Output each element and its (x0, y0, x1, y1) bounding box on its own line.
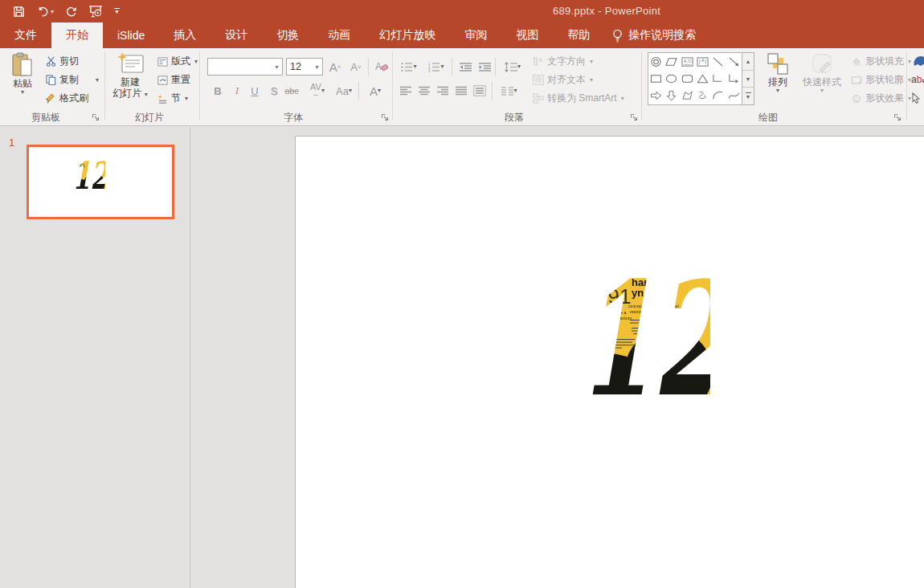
clear-formatting-button[interactable]: A (373, 58, 390, 76)
tab-file[interactable]: 文件 (0, 22, 51, 48)
shape-effects-button[interactable]: 形状效果 ▾ (848, 90, 914, 107)
shape-down-arrow[interactable] (664, 88, 679, 104)
font-dialog-launcher[interactable] (381, 113, 390, 122)
shape-text-box[interactable]: A (680, 53, 695, 70)
tab-view[interactable]: 视图 (501, 22, 553, 48)
shape-fill-button[interactable]: 形状填充 ▾ (848, 53, 914, 70)
shape-arc[interactable] (710, 88, 726, 104)
shape-oval[interactable] (664, 70, 679, 87)
character-spacing-dropdown-icon[interactable]: ▾ (321, 88, 325, 94)
convert-smartart-button[interactable]: 转换为 SmartArt ▾ (530, 90, 627, 107)
slide-editing-canvas[interactable]: 12 191 Space time a relativistic quantum (191, 127, 924, 588)
font-color-dropdown-icon[interactable]: ▾ (378, 88, 381, 94)
section-button[interactable]: 节 ▾ (155, 90, 190, 107)
gallery-more-button[interactable]: ▼ (742, 88, 754, 104)
tab-help[interactable]: 帮助 (553, 22, 604, 48)
align-text-button[interactable]: 对齐文本 ▾ (530, 71, 595, 88)
drawing-dialog-launcher[interactable] (893, 113, 902, 122)
distribute-text-button[interactable] (471, 82, 489, 100)
tab-slideshow[interactable]: 幻灯片放映 (365, 22, 450, 48)
align-left-button[interactable] (397, 82, 415, 100)
select-button[interactable] (911, 88, 924, 107)
decrease-indent-button[interactable] (456, 58, 474, 76)
shape-line-arrow[interactable] (726, 53, 742, 70)
line-spacing-button[interactable]: ▾ (500, 58, 525, 76)
change-case-dropdown-icon[interactable]: ▾ (349, 88, 352, 94)
tab-review[interactable]: 审阅 (450, 22, 501, 48)
tab-animations[interactable]: 动画 (313, 22, 365, 48)
format-painter-button[interactable]: 格式刷 (43, 90, 91, 107)
save-icon[interactable] (11, 2, 27, 20)
tell-me-search[interactable]: 操作说明搜索 (604, 22, 704, 48)
tab-design[interactable]: 设计 (211, 22, 262, 48)
tab-islide[interactable]: iSlide (103, 22, 159, 48)
align-text-dropdown-icon[interactable]: ▾ (590, 77, 593, 84)
justify-button[interactable] (452, 82, 470, 100)
tab-home[interactable]: 开始 (51, 22, 103, 48)
copy-dropdown-icon[interactable]: ▾ (96, 77, 99, 84)
line-spacing-dropdown-icon[interactable]: ▾ (517, 63, 521, 70)
bold-button[interactable]: B (209, 82, 227, 100)
shape-rectangle[interactable] (648, 70, 664, 87)
font-color-button[interactable]: A▾ (363, 82, 387, 100)
font-size-dropdown-icon[interactable]: ▾ (311, 63, 322, 71)
columns-dropdown-icon[interactable]: ▾ (513, 88, 517, 94)
shape-parallelogram[interactable] (664, 53, 679, 70)
customize-qat-icon[interactable]: ▾ (112, 2, 121, 20)
bullets-dropdown-icon[interactable]: ▾ (413, 63, 416, 70)
graphic-12[interactable]: 12 191 Space time a relativistic quantum (574, 270, 710, 406)
quick-styles-dropdown-icon[interactable]: ▾ (820, 88, 824, 94)
arrange-dropdown-icon[interactable]: ▾ (776, 88, 779, 94)
slide-thumbnail-panel[interactable]: 1 12 191 (0, 127, 190, 588)
gallery-scroll-up-button[interactable]: ▲ (742, 53, 754, 71)
underline-button[interactable]: U (246, 82, 264, 100)
text-shadow-button[interactable]: S (265, 82, 283, 100)
redo-button[interactable] (63, 2, 79, 20)
paragraph-dialog-launcher[interactable] (630, 113, 639, 122)
shape-vertical-text-box[interactable]: A (695, 53, 710, 70)
change-case-button[interactable]: Aa▾ (333, 82, 355, 100)
paste-button[interactable]: 粘贴 ▾ (4, 50, 41, 101)
layout-dropdown-icon[interactable]: ▾ (194, 59, 198, 65)
numbering-dropdown-icon[interactable]: ▾ (440, 63, 444, 70)
shape-line[interactable] (710, 53, 726, 70)
shape-curve[interactable] (726, 88, 742, 104)
new-slide-dropdown-icon[interactable]: ▾ (145, 91, 148, 98)
font-name-combobox[interactable]: ▾ (207, 58, 283, 76)
align-center-button[interactable] (415, 82, 433, 100)
shape-scribble[interactable] (695, 88, 710, 104)
copy-button[interactable]: 复制 ▾ (43, 71, 101, 88)
increase-font-size-button[interactable]: A˄ (326, 58, 344, 76)
shape-donut[interactable] (648, 53, 664, 70)
columns-button[interactable]: ▾ (497, 82, 522, 100)
quick-styles-button[interactable]: 快速样式 ▾ (799, 50, 845, 101)
shape-freeform[interactable] (680, 88, 695, 104)
font-size-value[interactable]: 12 (287, 61, 311, 72)
text-direction-button[interactable]: A 文字方向 ▾ (530, 53, 595, 70)
align-right-button[interactable] (434, 82, 452, 100)
font-name-dropdown-icon[interactable]: ▾ (271, 63, 282, 71)
increase-indent-button[interactable] (476, 58, 493, 76)
numbering-button[interactable]: 123 ▾ (424, 58, 448, 76)
tab-transitions[interactable]: 切换 (262, 22, 313, 48)
shape-elbow-arrow-connector[interactable] (726, 70, 742, 87)
new-slide-button[interactable]: 新建 幻灯片 ▾ (108, 50, 152, 101)
shape-triangle[interactable] (695, 70, 710, 87)
undo-dropdown-icon[interactable]: ▾ (51, 8, 54, 15)
shape-outline-button[interactable]: 形状轮廓 ▾ (848, 71, 914, 88)
section-dropdown-icon[interactable]: ▾ (185, 96, 188, 102)
slideshow-from-start-icon[interactable] (87, 2, 104, 20)
reset-button[interactable]: 重置 (155, 71, 193, 88)
smartart-dropdown-icon[interactable]: ▾ (621, 96, 624, 102)
tab-insert[interactable]: 插入 (159, 22, 211, 48)
undo-button[interactable]: ▾ (35, 2, 55, 20)
gallery-scroll-down-button[interactable]: ▼ (742, 71, 754, 88)
decrease-font-size-button[interactable]: A˅ (347, 58, 365, 76)
slide-1[interactable]: 12 191 Space time a relativistic quantum (295, 136, 924, 588)
italic-button[interactable]: I (228, 82, 246, 100)
shape-rounded-rectangle[interactable] (680, 70, 695, 87)
shape-right-arrow[interactable] (648, 88, 664, 104)
arrange-button[interactable]: 排列 ▾ (760, 50, 795, 101)
bullets-button[interactable]: ▾ (397, 58, 421, 76)
layout-button[interactable]: 版式 ▾ (155, 53, 200, 70)
